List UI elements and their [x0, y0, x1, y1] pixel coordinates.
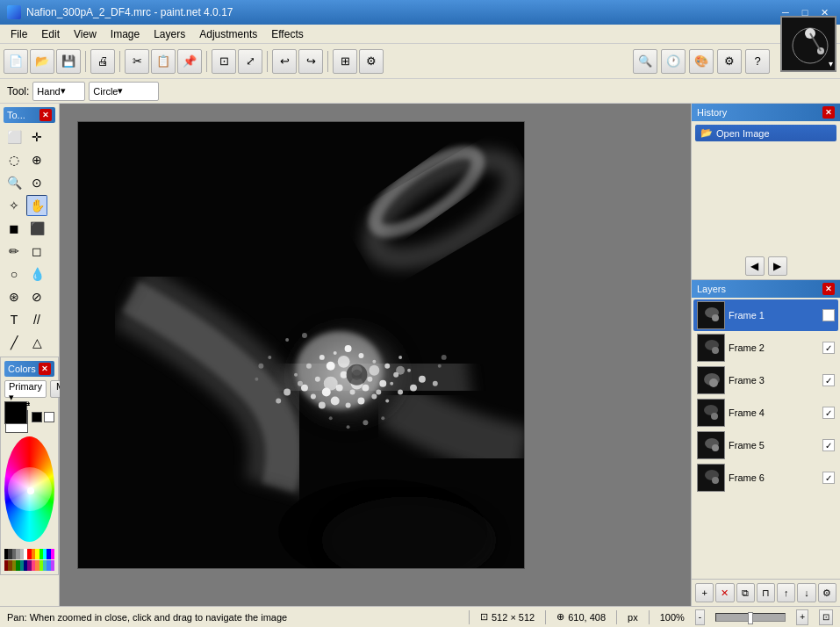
panel-history-button[interactable]: 🕐: [661, 49, 686, 74]
tool-eyedropper[interactable]: 💧: [26, 263, 47, 285]
tool-color-picker[interactable]: ⬛: [26, 218, 47, 239]
layer-settings-button[interactable]: ⚙: [818, 583, 836, 602]
menu-effects[interactable]: Effects: [264, 26, 310, 42]
black-swatch[interactable]: [32, 412, 42, 422]
layer-item-5[interactable]: Frame 5 ✓: [693, 429, 838, 461]
zoom-slider[interactable]: [715, 613, 786, 622]
menu-view[interactable]: View: [67, 26, 104, 42]
panel-settings-button[interactable]: ⚙: [717, 49, 742, 74]
tool-text[interactable]: T: [4, 309, 25, 330]
menu-layers[interactable]: Layers: [147, 26, 192, 42]
copy-button[interactable]: 📋: [151, 49, 176, 74]
layer-item-4[interactable]: Frame 4 ✓: [693, 397, 838, 429]
resize-button[interactable]: ⤢: [238, 49, 262, 74]
history-close-button[interactable]: ✕: [822, 106, 835, 119]
menu-edit[interactable]: Edit: [34, 26, 67, 42]
history-content: 📂 Open Image: [692, 121, 840, 253]
menu-adjustments[interactable]: Adjustments: [192, 26, 264, 42]
color-wheel[interactable]: [4, 436, 54, 542]
tool-paint-bucket[interactable]: ◼: [4, 218, 25, 239]
canvas-image[interactable]: [77, 121, 525, 569]
layer-item-1[interactable]: Frame 1 ✓: [693, 299, 838, 331]
layer-down-button[interactable]: ↓: [797, 583, 815, 602]
tool-history-brush[interactable]: ⊘: [26, 286, 47, 307]
colors-close-button[interactable]: ✕: [39, 363, 51, 375]
new-button[interactable]: 📄: [4, 49, 28, 74]
tool-selection-rect[interactable]: ⬜: [4, 126, 25, 148]
tool-selector[interactable]: Hand ▾: [32, 82, 85, 101]
svg-point-41: [276, 399, 281, 404]
svg-point-20: [341, 371, 348, 378]
colors-mode-dropdown[interactable]: Primary ▾: [4, 380, 47, 398]
tool-magic-wand[interactable]: ✧: [4, 195, 25, 216]
layer-delete-button[interactable]: ✕: [715, 583, 734, 602]
paste-button[interactable]: 📌: [177, 49, 202, 74]
layer-item-6[interactable]: Frame 6 ✓: [693, 462, 838, 494]
layer-merge-button[interactable]: ⊓: [757, 583, 775, 602]
history-item[interactable]: 📂 Open Image: [695, 125, 836, 141]
panel-colors-button[interactable]: 🎨: [689, 49, 714, 74]
swap-colors-icon[interactable]: ⇄: [23, 400, 30, 409]
tool-brush[interactable]: ○: [4, 263, 25, 285]
layer-item-3[interactable]: Frame 3 ✓: [693, 364, 838, 396]
svg-point-15: [358, 353, 363, 358]
history-redo-button[interactable]: ▶: [768, 256, 787, 276]
layer-visibility-2[interactable]: ✓: [822, 342, 835, 354]
layer-name-6: Frame 6: [729, 472, 819, 483]
open-button[interactable]: 📂: [30, 49, 54, 74]
canvas-area[interactable]: [60, 104, 691, 606]
tool-lasso[interactable]: ◌: [4, 149, 25, 170]
menu-file[interactable]: File: [4, 26, 34, 42]
tool-line[interactable]: ╱: [4, 332, 25, 353]
layer-name-4: Frame 4: [729, 407, 819, 418]
layer-duplicate-button[interactable]: ⧉: [736, 583, 755, 602]
white-swatch[interactable]: [44, 412, 54, 422]
tool-shapes[interactable]: //: [26, 309, 47, 330]
layer-up-button[interactable]: ↑: [777, 583, 795, 602]
color-wheel-wrapper[interactable]: [4, 436, 54, 545]
redo-button[interactable]: ↪: [298, 49, 323, 74]
svg-point-70: [712, 314, 719, 321]
history-undo-button[interactable]: ◀: [745, 256, 765, 276]
layer-item-2[interactable]: Frame 2 ✓: [693, 332, 838, 364]
zoom-fit-button[interactable]: ⊡: [819, 609, 833, 625]
tool-pan[interactable]: ✋: [26, 195, 47, 216]
brush-mode-selector[interactable]: Circle ▾: [89, 82, 159, 101]
tool-zoom[interactable]: 🔍: [4, 172, 25, 193]
crop-button[interactable]: ⊡: [212, 49, 236, 74]
cut-button[interactable]: ✂: [125, 49, 149, 74]
layer-thumb-6: [697, 464, 725, 492]
grid-button[interactable]: ⊞: [333, 49, 357, 74]
color-wheel-cursor[interactable]: [27, 487, 34, 494]
history-panel: History ✕ 📂 Open Image ◀ ▶: [692, 104, 840, 280]
toolbox-close-button[interactable]: ✕: [39, 109, 52, 121]
layer-visibility-4[interactable]: ✓: [822, 407, 835, 419]
palette-violet[interactable]: [51, 560, 54, 571]
tool-triangle[interactable]: △: [26, 332, 47, 353]
tool-eraser[interactable]: ◻: [26, 241, 47, 262]
settings-button[interactable]: ⚙: [359, 49, 384, 74]
panel-help-button[interactable]: ?: [745, 49, 770, 74]
layer-visibility-6[interactable]: ✓: [822, 472, 835, 484]
panel-magnify-button[interactable]: 🔍: [633, 49, 657, 74]
svg-point-14: [345, 345, 352, 352]
print-button[interactable]: 🖨: [90, 49, 115, 74]
tool-zoom-move[interactable]: ⊙: [26, 172, 47, 193]
menu-image[interactable]: Image: [104, 26, 147, 42]
tool-move-selection[interactable]: ⊕: [26, 149, 47, 170]
save-button[interactable]: 💾: [56, 49, 81, 74]
zoom-out-button[interactable]: -: [695, 609, 705, 625]
svg-point-31: [350, 390, 355, 395]
layer-add-button[interactable]: +: [695, 583, 714, 602]
tool-move[interactable]: ✛: [26, 126, 47, 148]
layer-visibility-1[interactable]: ✓: [822, 309, 835, 321]
layers-close-button[interactable]: ✕: [822, 283, 835, 295]
svg-point-66: [347, 425, 350, 429]
undo-button[interactable]: ↩: [272, 49, 297, 74]
palette-magenta[interactable]: [51, 549, 54, 559]
layer-visibility-3[interactable]: ✓: [822, 374, 835, 386]
zoom-in-button[interactable]: +: [796, 609, 808, 625]
tool-pencil[interactable]: ✏: [4, 241, 25, 262]
tool-clone[interactable]: ⊛: [4, 286, 25, 307]
layer-visibility-5[interactable]: ✓: [822, 439, 835, 451]
